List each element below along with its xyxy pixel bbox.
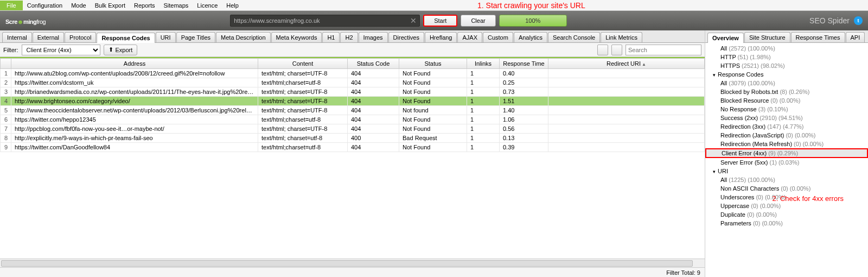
table-row[interactable]: 1http://www.atu2blog.com/wp-content/uplo…	[1, 69, 705, 78]
tree-item[interactable]: No Response (3) (0.10%)	[705, 105, 868, 114]
url-input[interactable]	[230, 15, 420, 27]
tree-item[interactable]: Parameters (0) (0.00%)	[705, 219, 868, 228]
tree-item[interactable]: Success (2xx) (2910) (94.51%)	[705, 114, 868, 122]
sidetab-site-structure[interactable]: Site Structure	[744, 32, 790, 42]
tree-item[interactable]: HTTPS (2521) (98.02%)	[705, 61, 868, 70]
filter-label: Filter:	[3, 47, 18, 53]
tree-item[interactable]: Blocked Resource (0) (0.00%)	[705, 96, 868, 105]
export-button[interactable]: ⬆Export	[104, 45, 138, 55]
col-inlinks[interactable]: Inlinks	[467, 59, 500, 69]
table-row[interactable]: 2https://twitter.com/dcstorm_uktext/html…	[1, 78, 705, 87]
overview-tree[interactable]: All (2572) (100.00%)HTTP (51) (1.98%)HTT…	[705, 43, 868, 277]
tree-item[interactable]: Redirection (Meta Refresh) (0) (0.00%)	[705, 140, 868, 148]
tab-response-codes[interactable]: Response Codes	[97, 33, 155, 43]
menu-mode[interactable]: Mode	[67, 1, 91, 10]
tab-internal[interactable]: Internal	[2, 32, 32, 42]
tree-item[interactable]: Redirection (JavaScript) (0) (0.00%)	[705, 131, 868, 140]
upload-icon: ⬆	[108, 46, 113, 53]
menu-reports[interactable]: Reports	[130, 1, 159, 10]
menu-bar: FileConfigurationModeBulk ExportReportsS…	[0, 0, 868, 11]
tab-custom[interactable]: Custom	[483, 32, 513, 42]
progress-bar: 100%	[499, 15, 567, 27]
table-row[interactable]: 4http://www.brightonseo.com/category/vid…	[1, 97, 705, 106]
tab-page-titles[interactable]: Page Titles	[176, 32, 215, 42]
main-tabs: InternalExternalProtocolResponse CodesUR…	[0, 30, 705, 43]
table-row[interactable]: 7http://ppcblog.com/fbf0fa-now-you-see-i…	[1, 124, 705, 134]
menu-file[interactable]: File	[0, 1, 23, 10]
table-row[interactable]: 5http://www.theoccidentalobserver.net/wp…	[1, 106, 705, 115]
app-logo: Scre☻mingfrog	[5, 15, 46, 27]
clear-button[interactable]: Clear	[461, 15, 495, 27]
start-button[interactable]: Start	[423, 15, 457, 27]
table-row[interactable]: 6https://twitter.com/heppo12345text/html…	[1, 115, 705, 124]
menu-configuration[interactable]: Configuration	[23, 1, 67, 10]
tab-h2[interactable]: H2	[340, 32, 358, 42]
tree-item[interactable]: Blocked by Robots.txt (8) (0.26%)	[705, 87, 868, 96]
tab-h1[interactable]: H1	[322, 32, 340, 42]
status-bar: Filter Total: 9	[0, 267, 705, 277]
tab-images[interactable]: Images	[359, 32, 388, 42]
col-content[interactable]: Content	[258, 59, 348, 69]
tree-item[interactable]: HTTP (51) (1.98%)	[705, 53, 868, 61]
tree-item[interactable]: All (3079) (100.00%)	[705, 79, 868, 87]
tree-item[interactable]: All (1225) (100.00%)	[705, 175, 868, 184]
menu-bulk-export[interactable]: Bulk Export	[91, 1, 130, 10]
sidetab-response-times[interactable]: Response Times	[791, 32, 845, 42]
tab-meta-description[interactable]: Meta Description	[216, 32, 271, 42]
filter-total: Filter Total: 9	[666, 269, 700, 276]
menu-help[interactable]: Help	[222, 1, 243, 10]
sidetab-api[interactable]: API	[846, 32, 865, 42]
table-row[interactable]: 8http://explicitly.me/9-ways-in-which-pr…	[1, 134, 705, 143]
tree-item[interactable]: Redirection (3xx) (147) (4.77%)	[705, 122, 868, 131]
search-input[interactable]	[626, 45, 701, 55]
tree-item[interactable]: Client Error (4xx) (9) (0.29%)	[705, 148, 868, 158]
tree-view-icon[interactable]	[597, 45, 608, 55]
clear-url-icon[interactable]: ✕	[409, 16, 418, 25]
filter-select[interactable]: Client Error (4xx)	[22, 45, 100, 55]
col-rownum[interactable]	[1, 59, 11, 69]
sort-icon: ▲	[642, 62, 646, 67]
sidetab-overview[interactable]: Overview	[707, 33, 744, 43]
header-bar: Scre☻mingfrog ✕ Start Clear 100% SEO Spi…	[0, 11, 868, 30]
tab-analytics[interactable]: Analytics	[514, 32, 547, 42]
tab-hreflang[interactable]: Hreflang	[425, 32, 457, 42]
tab-link-metrics[interactable]: Link Metrics	[601, 32, 642, 42]
tab-uri[interactable]: URI	[156, 32, 176, 42]
table-row[interactable]: 9https://twitter.com/DanGoodfellow84text…	[1, 143, 705, 152]
results-table[interactable]: AddressContentStatus CodeStatusInlinksRe…	[0, 57, 705, 259]
annotation-2: 2. Check for 4xx errors	[773, 194, 844, 203]
table-row[interactable]: 3http://brianedwardsmedia.co.nz/wp-conte…	[1, 87, 705, 97]
list-view-icon[interactable]	[611, 45, 622, 55]
filter-bar: Filter: Client Error (4xx) ⬆Export	[0, 43, 705, 57]
tree-header[interactable]: Response Codes	[705, 70, 868, 79]
col-address[interactable]: Address	[11, 59, 258, 69]
app-title: SEO Spider	[809, 16, 850, 25]
horizontal-scrollbar[interactable]	[0, 259, 705, 267]
col-redirect-uri[interactable]: Redirect URI▲	[548, 59, 705, 69]
tab-external[interactable]: External	[33, 32, 64, 42]
menu-licence[interactable]: Licence	[193, 1, 222, 10]
menu-sitemaps[interactable]: Sitemaps	[159, 1, 193, 10]
tab-meta-keywords[interactable]: Meta Keywords	[271, 32, 322, 42]
twitter-icon[interactable]: t	[854, 16, 863, 25]
col-response-time[interactable]: Response Time	[500, 59, 548, 69]
side-tabs: OverviewSite StructureResponse TimesAPI	[705, 30, 868, 43]
tree-item[interactable]: Duplicate (0) (0.00%)	[705, 210, 868, 219]
col-status-code[interactable]: Status Code	[348, 59, 399, 69]
tab-ajax[interactable]: AJAX	[457, 32, 482, 42]
tab-directives[interactable]: Directives	[388, 32, 424, 42]
col-status[interactable]: Status	[399, 59, 467, 69]
annotation-1: 1. Start crawling your site's URL	[477, 1, 585, 10]
tree-item[interactable]: All (2572) (100.00%)	[705, 44, 868, 53]
tree-item[interactable]: Server Error (5xx) (1) (0.03%)	[705, 158, 868, 167]
tree-header[interactable]: URI	[705, 167, 868, 175]
tab-protocol[interactable]: Protocol	[65, 32, 96, 42]
tree-item[interactable]: Non ASCII Characters (0) (0.00%)	[705, 184, 868, 193]
tab-search-console[interactable]: Search Console	[548, 32, 600, 42]
tree-item[interactable]: Uppercase (0) (0.00%)	[705, 202, 868, 210]
